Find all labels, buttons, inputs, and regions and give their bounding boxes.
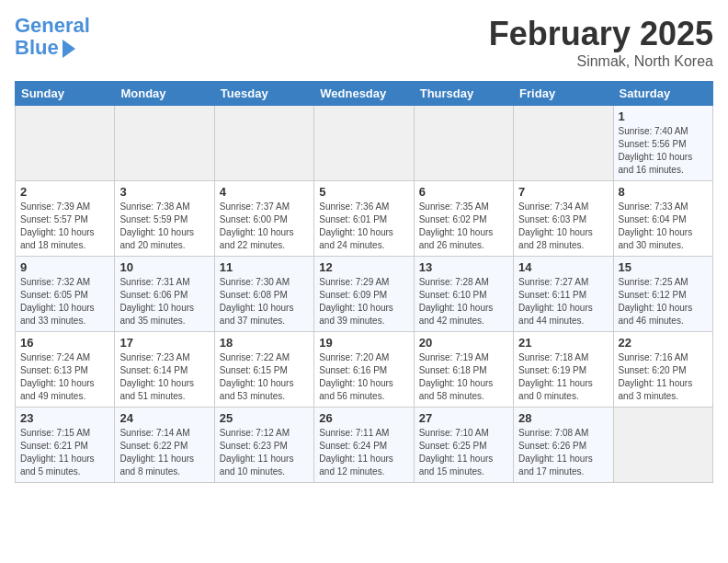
day-number: 6 [419, 185, 508, 199]
day-number: 10 [119, 260, 209, 274]
calendar-day-cell [214, 106, 313, 181]
day-number: 5 [319, 185, 408, 199]
title-block: February 2025 Sinmak, North Korea [489, 15, 713, 70]
day-number: 28 [518, 411, 608, 425]
day-info: Sunrise: 7:32 AM Sunset: 6:05 PM Dayligh… [20, 276, 109, 327]
calendar-week-row: 2Sunrise: 7:39 AM Sunset: 5:57 PM Daylig… [16, 181, 713, 257]
day-number: 13 [419, 260, 508, 274]
calendar-day-cell: 17Sunrise: 7:23 AM Sunset: 6:14 PM Dayli… [115, 332, 214, 408]
day-info: Sunrise: 7:19 AM Sunset: 6:18 PM Dayligh… [419, 351, 508, 403]
calendar-day-cell [16, 106, 115, 181]
calendar-day-cell: 24Sunrise: 7:14 AM Sunset: 6:22 PM Dayli… [115, 408, 214, 483]
day-number: 19 [319, 336, 408, 350]
calendar-day-cell: 28Sunrise: 7:08 AM Sunset: 6:26 PM Dayli… [514, 408, 613, 483]
calendar-week-row: 23Sunrise: 7:15 AM Sunset: 6:21 PM Dayli… [16, 408, 713, 483]
calendar-day-cell: 14Sunrise: 7:27 AM Sunset: 6:11 PM Dayli… [514, 257, 613, 332]
day-number: 24 [119, 411, 209, 425]
day-info: Sunrise: 7:16 AM Sunset: 6:20 PM Dayligh… [619, 351, 708, 403]
calendar-day-cell: 8Sunrise: 7:33 AM Sunset: 6:04 PM Daylig… [613, 181, 712, 257]
day-info: Sunrise: 7:18 AM Sunset: 6:19 PM Dayligh… [518, 351, 608, 403]
calendar-day-cell [613, 408, 712, 483]
calendar-day-cell: 7Sunrise: 7:34 AM Sunset: 6:03 PM Daylig… [514, 181, 613, 257]
day-info: Sunrise: 7:34 AM Sunset: 6:03 PM Dayligh… [518, 201, 608, 252]
day-number: 14 [518, 260, 608, 274]
day-number: 7 [518, 185, 608, 199]
day-info: Sunrise: 7:37 AM Sunset: 6:00 PM Dayligh… [220, 201, 309, 252]
day-number: 2 [20, 185, 109, 199]
day-info: Sunrise: 7:29 AM Sunset: 6:09 PM Dayligh… [319, 276, 408, 327]
day-number: 17 [119, 336, 209, 350]
day-number: 4 [220, 185, 309, 199]
calendar-day-cell: 15Sunrise: 7:25 AM Sunset: 6:12 PM Dayli… [613, 257, 712, 332]
day-info: Sunrise: 7:39 AM Sunset: 5:57 PM Dayligh… [20, 201, 109, 252]
calendar-day-cell: 22Sunrise: 7:16 AM Sunset: 6:20 PM Dayli… [613, 332, 712, 408]
col-header-wednesday: Wednesday [314, 82, 414, 106]
calendar-day-cell: 26Sunrise: 7:11 AM Sunset: 6:24 PM Dayli… [314, 408, 414, 483]
day-info: Sunrise: 7:27 AM Sunset: 6:11 PM Dayligh… [518, 276, 608, 327]
logo-text: General [15, 15, 90, 37]
day-info: Sunrise: 7:23 AM Sunset: 6:14 PM Dayligh… [119, 351, 209, 403]
calendar-day-cell: 3Sunrise: 7:38 AM Sunset: 5:59 PM Daylig… [115, 181, 214, 257]
day-number: 18 [220, 336, 309, 350]
day-info: Sunrise: 7:24 AM Sunset: 6:13 PM Dayligh… [20, 351, 109, 403]
logo-arrow-icon [63, 40, 75, 58]
logo-general: General [15, 14, 90, 37]
calendar-day-cell: 13Sunrise: 7:28 AM Sunset: 6:10 PM Dayli… [414, 257, 513, 332]
calendar-day-cell: 5Sunrise: 7:36 AM Sunset: 6:01 PM Daylig… [314, 181, 414, 257]
calendar-day-cell [414, 106, 513, 181]
day-info: Sunrise: 7:20 AM Sunset: 6:16 PM Dayligh… [319, 351, 408, 403]
day-info: Sunrise: 7:38 AM Sunset: 5:59 PM Dayligh… [119, 201, 209, 252]
calendar-day-cell: 20Sunrise: 7:19 AM Sunset: 6:18 PM Dayli… [414, 332, 513, 408]
day-info: Sunrise: 7:28 AM Sunset: 6:10 PM Dayligh… [419, 276, 508, 327]
calendar-day-cell: 6Sunrise: 7:35 AM Sunset: 6:02 PM Daylig… [414, 181, 513, 257]
day-number: 12 [319, 260, 408, 274]
day-number: 3 [119, 185, 209, 199]
day-number: 25 [220, 411, 309, 425]
calendar-day-cell [115, 106, 214, 181]
calendar-day-cell: 2Sunrise: 7:39 AM Sunset: 5:57 PM Daylig… [16, 181, 115, 257]
day-number: 11 [220, 260, 309, 274]
day-info: Sunrise: 7:36 AM Sunset: 6:01 PM Dayligh… [319, 201, 408, 252]
calendar-day-cell: 16Sunrise: 7:24 AM Sunset: 6:13 PM Dayli… [16, 332, 115, 408]
col-header-saturday: Saturday [613, 82, 712, 106]
calendar-day-cell: 19Sunrise: 7:20 AM Sunset: 6:16 PM Dayli… [314, 332, 414, 408]
day-info: Sunrise: 7:12 AM Sunset: 6:23 PM Dayligh… [220, 427, 309, 478]
day-number: 27 [419, 411, 508, 425]
col-header-sunday: Sunday [16, 82, 115, 106]
calendar-week-row: 1Sunrise: 7:40 AM Sunset: 5:56 PM Daylig… [16, 106, 713, 181]
day-info: Sunrise: 7:15 AM Sunset: 6:21 PM Dayligh… [20, 427, 109, 478]
calendar-day-cell: 9Sunrise: 7:32 AM Sunset: 6:05 PM Daylig… [16, 257, 115, 332]
day-info: Sunrise: 7:31 AM Sunset: 6:06 PM Dayligh… [119, 276, 209, 327]
day-number: 16 [20, 336, 109, 350]
col-header-friday: Friday [514, 82, 613, 106]
calendar-day-cell: 21Sunrise: 7:18 AM Sunset: 6:19 PM Dayli… [514, 332, 613, 408]
page-header: General Blue February 2025 Sinmak, North… [15, 15, 713, 70]
location: Sinmak, North Korea [489, 53, 713, 70]
logo-blue: Blue [15, 37, 59, 59]
day-info: Sunrise: 7:33 AM Sunset: 6:04 PM Dayligh… [619, 201, 708, 252]
calendar-day-cell: 27Sunrise: 7:10 AM Sunset: 6:25 PM Dayli… [414, 408, 513, 483]
day-info: Sunrise: 7:40 AM Sunset: 5:56 PM Dayligh… [619, 125, 708, 177]
calendar-day-cell: 23Sunrise: 7:15 AM Sunset: 6:21 PM Dayli… [16, 408, 115, 483]
calendar-day-cell: 1Sunrise: 7:40 AM Sunset: 5:56 PM Daylig… [613, 106, 712, 181]
calendar-day-cell: 12Sunrise: 7:29 AM Sunset: 6:09 PM Dayli… [314, 257, 414, 332]
day-info: Sunrise: 7:10 AM Sunset: 6:25 PM Dayligh… [419, 427, 508, 478]
calendar-day-cell: 25Sunrise: 7:12 AM Sunset: 6:23 PM Dayli… [214, 408, 313, 483]
day-info: Sunrise: 7:11 AM Sunset: 6:24 PM Dayligh… [319, 427, 408, 478]
col-header-monday: Monday [115, 82, 214, 106]
day-number: 9 [20, 260, 109, 274]
calendar-table: SundayMondayTuesdayWednesdayThursdayFrid… [15, 81, 713, 483]
month-title: February 2025 [489, 15, 713, 53]
day-number: 15 [619, 260, 708, 274]
calendar-day-cell [514, 106, 613, 181]
day-number: 22 [619, 336, 708, 350]
calendar-day-cell: 11Sunrise: 7:30 AM Sunset: 6:08 PM Dayli… [214, 257, 313, 332]
day-number: 8 [619, 185, 708, 199]
day-number: 20 [419, 336, 508, 350]
day-number: 26 [319, 411, 408, 425]
day-number: 21 [518, 336, 608, 350]
day-info: Sunrise: 7:30 AM Sunset: 6:08 PM Dayligh… [220, 276, 309, 327]
calendar-day-cell: 18Sunrise: 7:22 AM Sunset: 6:15 PM Dayli… [214, 332, 313, 408]
day-number: 1 [619, 109, 708, 123]
day-info: Sunrise: 7:25 AM Sunset: 6:12 PM Dayligh… [619, 276, 708, 327]
